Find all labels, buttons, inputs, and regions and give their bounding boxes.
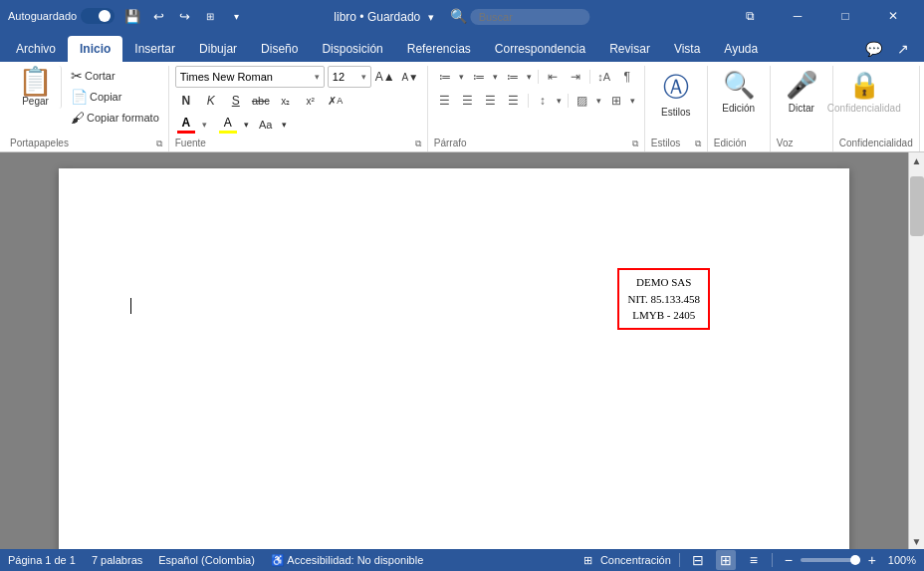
show-marks-button[interactable]: ¶ (616, 66, 638, 88)
tab-correspondencia[interactable]: Correspondencia (483, 36, 597, 62)
justify-button[interactable]: ☰ (503, 90, 525, 112)
scroll-up-button[interactable]: ▲ (909, 152, 925, 168)
decrease-font-size-button[interactable]: A▼ (399, 66, 421, 88)
change-case-arrow[interactable]: ▾ (280, 114, 290, 136)
accessibility-status: ♿ Accesibilidad: No disponible (271, 554, 423, 567)
paragraph-expand[interactable]: ⧉ (632, 139, 638, 149)
tab-referencias[interactable]: Referencias (395, 36, 483, 62)
cut-button[interactable]: ✂ Cortar (68, 66, 162, 86)
autosave-toggle[interactable] (81, 8, 115, 24)
zoom-knob[interactable] (850, 555, 860, 565)
tab-revisar[interactable]: Revisar (597, 36, 662, 62)
customize-qat-button[interactable]: ▾ (224, 4, 248, 28)
copy-button[interactable]: 📄 Copiar (68, 87, 162, 107)
ribbon-content: 📋 Pegar ✂ Cortar 📄 Copiar 🖌 Copiar forma… (0, 62, 924, 151)
borders-button[interactable]: ⊞ (605, 90, 627, 112)
multilevel-button[interactable]: ≔ (502, 66, 524, 88)
clear-format-button[interactable]: ✗A (325, 90, 346, 112)
comments-icon[interactable]: 💬 (860, 36, 886, 62)
zoom-slider[interactable]: − + (781, 552, 880, 568)
dictate-button[interactable]: 🎤 Dictar (777, 66, 826, 134)
font-group-content: Times New Roman ▾ 12 ▾ A▲ A▼ N K S abc x… (175, 66, 421, 136)
share-icon[interactable]: ↗ (890, 36, 916, 62)
document-page[interactable]: DEMO SAS NIT. 85.133.458 LMYB - 2405 (59, 168, 849, 549)
scroll-track[interactable] (909, 168, 925, 533)
align-right-button[interactable]: ☰ (480, 90, 502, 112)
bullets-arrow[interactable]: ▾ (457, 66, 467, 88)
tab-disposicion[interactable]: Disposición (310, 36, 394, 62)
window-controls: ⧉ ─ □ ✕ (727, 0, 916, 32)
focus-label[interactable]: Concentración (600, 554, 671, 566)
tab-vista[interactable]: Vista (662, 36, 712, 62)
document-scroll[interactable]: DEMO SAS NIT. 85.133.458 LMYB - 2405 (0, 152, 908, 549)
line-spacing-arrow[interactable]: ▾ (555, 90, 565, 112)
multilevel-arrow[interactable]: ▾ (525, 66, 535, 88)
align-left-button[interactable]: ☰ (434, 90, 456, 112)
tab-insertar[interactable]: Insertar (122, 36, 187, 62)
font-color-button[interactable]: A (175, 116, 197, 134)
styles-expand[interactable]: ⧉ (695, 139, 701, 149)
italic-button[interactable]: K (200, 90, 222, 112)
zoom-percentage[interactable]: 100% (888, 554, 916, 566)
tab-diseño[interactable]: Diseño (249, 36, 310, 62)
font-expand[interactable]: ⧉ (415, 139, 421, 149)
maximize-button[interactable]: □ (822, 0, 868, 32)
shading-button[interactable]: ▨ (572, 90, 593, 112)
close-button[interactable]: ✕ (870, 0, 916, 32)
editing-label: Edición (722, 103, 755, 115)
web-layout-view[interactable]: ⊞ (716, 550, 736, 570)
read-view[interactable]: ≡ (744, 550, 764, 570)
font-color-arrow[interactable]: ▾ (200, 114, 210, 136)
tab-ayuda[interactable]: Ayuda (712, 36, 770, 62)
styles-group-content: Ⓐ Estilos (651, 66, 701, 136)
strikethrough-button[interactable]: abc (250, 90, 272, 112)
styles-button[interactable]: Ⓐ Estilos (651, 66, 701, 134)
tab-inicio[interactable]: Inicio (68, 36, 122, 62)
autosave-options-button[interactable]: ⊞ (198, 4, 222, 28)
undo-button[interactable]: ↩ (146, 4, 170, 28)
shading-arrow[interactable]: ▾ (594, 90, 604, 112)
editing-button[interactable]: 🔍 Edición (714, 66, 764, 134)
line-spacing-button[interactable]: ↕ (532, 90, 554, 112)
bullets-button[interactable]: ≔ (434, 66, 456, 88)
sort-button[interactable]: ↕A (593, 66, 615, 88)
redo-button[interactable]: ↪ (172, 4, 196, 28)
format-painter-button[interactable]: 🖌 Copiar formato (68, 108, 162, 128)
scroll-down-button[interactable]: ▼ (909, 533, 925, 549)
tab-archivo[interactable]: Archivo (4, 36, 68, 62)
confidentiality-button[interactable]: 🔒 Confidencialidad (839, 66, 889, 134)
layout-button[interactable]: ⧉ (727, 0, 773, 32)
highlight-arrow[interactable]: ▾ (242, 114, 252, 136)
minimize-button[interactable]: ─ (775, 0, 820, 32)
borders-arrow[interactable]: ▾ (628, 90, 638, 112)
paste-button[interactable]: 📋 Pegar (10, 66, 62, 109)
clipboard-expand[interactable]: ⧉ (156, 139, 162, 149)
superscript-button[interactable]: x² (300, 90, 322, 112)
styles-label-row: Estilos ⧉ (651, 136, 701, 151)
subscript-button[interactable]: x₂ (275, 90, 297, 112)
print-layout-view[interactable]: ⊟ (688, 550, 708, 570)
increase-font-size-button[interactable]: A▲ (374, 66, 396, 88)
highlight-button[interactable]: A (217, 116, 239, 134)
title-dropdown-arrow[interactable]: ▾ (428, 11, 434, 23)
numbering-button[interactable]: ≔ (468, 66, 490, 88)
change-case-button[interactable]: Aa (255, 114, 277, 136)
copy-label: Copiar (90, 91, 121, 103)
font-family-selector[interactable]: Times New Roman ▾ (175, 66, 325, 88)
save-button[interactable]: 💾 (120, 4, 144, 28)
zoom-in-button[interactable]: + (864, 552, 880, 568)
zoom-track[interactable] (801, 558, 860, 562)
font-size-selector[interactable]: 12 ▾ (328, 66, 371, 88)
bold-button[interactable]: N (175, 90, 197, 112)
scroll-thumb[interactable] (910, 176, 924, 236)
vertical-scrollbar[interactable]: ▲ ▼ (908, 152, 924, 549)
decrease-indent-button[interactable]: ⇤ (542, 66, 564, 88)
search-input[interactable] (471, 9, 590, 25)
increase-indent-button[interactable]: ⇥ (565, 66, 586, 88)
numbering-arrow[interactable]: ▾ (491, 66, 501, 88)
align-center-button[interactable]: ☰ (457, 90, 479, 112)
tab-dibujar[interactable]: Dibujar (187, 36, 249, 62)
zoom-out-button[interactable]: − (781, 552, 797, 568)
font-size-arrow: ▾ (361, 72, 366, 82)
underline-button[interactable]: S (225, 90, 247, 112)
